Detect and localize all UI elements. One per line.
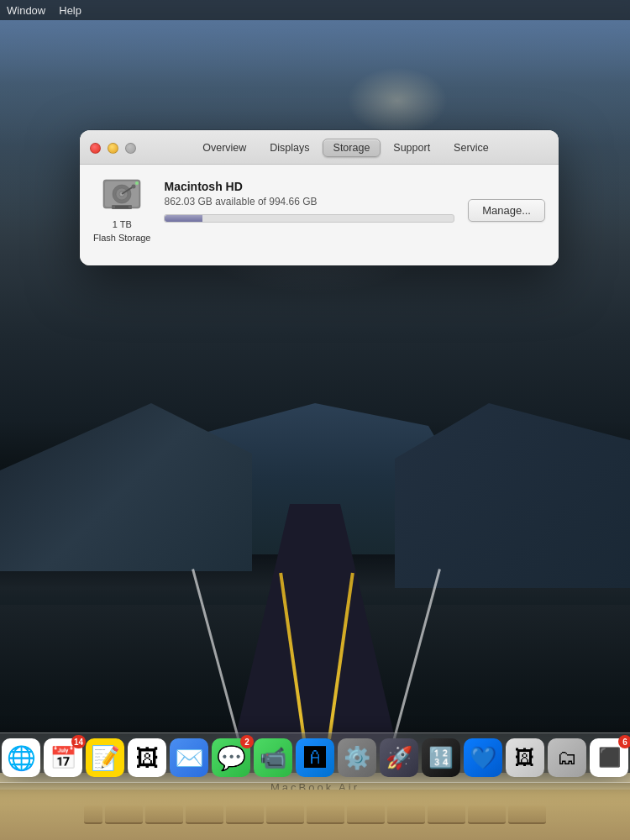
hdd-size-label: 1 TB (113, 219, 132, 229)
key-f3[interactable] (186, 806, 223, 824)
key-f9[interactable] (428, 806, 465, 824)
key-f2[interactable] (145, 806, 183, 824)
maximize-button[interactable] (125, 143, 136, 154)
road-container (0, 420, 630, 756)
svg-point-7 (132, 185, 136, 189)
svg-rect-10 (115, 206, 129, 208)
hdd-type-label: Flash Storage (93, 233, 150, 243)
dock-appstore[interactable]: 🅰 (296, 738, 334, 777)
landscape (0, 0, 630, 840)
road (231, 504, 399, 756)
traffic-lights (90, 143, 136, 154)
manage-button[interactable]: Manage... (468, 199, 545, 222)
storage-name: Macintosh HD (164, 180, 454, 193)
key-f6[interactable] (307, 806, 344, 824)
dock-launchpad[interactable]: 🚀 (380, 738, 418, 777)
key-f5[interactable] (266, 806, 304, 824)
key-esc[interactable] (84, 806, 102, 824)
storage-available: 862.03 GB available of 994.66 GB (164, 196, 454, 207)
dock-mosaic[interactable]: ⬛ 6 (590, 738, 628, 777)
dialog-tabs: Overview Displays Storage Support Servic… (143, 139, 549, 157)
tab-overview[interactable]: Overview (192, 139, 257, 157)
dock-messenger[interactable]: 💙 (464, 738, 502, 777)
dock-photos[interactable]: 🖼 (128, 738, 166, 777)
dock-calendar[interactable]: 📅 14 (44, 738, 82, 777)
dock-facetime[interactable]: 📹 (254, 738, 292, 777)
system-info-dialog: Overview Displays Storage Support Servic… (80, 130, 559, 265)
key-f4[interactable] (226, 806, 264, 824)
dock-mail[interactable]: ✉️ (170, 738, 208, 777)
svg-point-8 (135, 181, 139, 185)
dialog-titlebar: Overview Displays Storage Support Servic… (80, 130, 559, 165)
storage-item: 1 TB Flash Storage Macintosh HD 862.03 G… (93, 178, 545, 243)
key-f7[interactable] (347, 806, 385, 824)
road-edge-right (391, 569, 441, 748)
storage-details: Macintosh HD 862.03 GB available of 994.… (164, 178, 454, 223)
key-f11[interactable] (508, 806, 546, 824)
close-button[interactable] (90, 143, 101, 154)
dock-notes[interactable]: 📝 (86, 738, 124, 777)
dock-messages[interactable]: 💬 2 (212, 738, 250, 777)
tab-support[interactable]: Support (382, 139, 441, 157)
key-f8[interactable] (387, 806, 425, 824)
key-f10[interactable] (468, 806, 506, 824)
dock-files[interactable]: 🗂 (548, 738, 586, 777)
storage-progress-bar (164, 214, 454, 223)
dock-preview[interactable]: 🖼 (506, 738, 544, 777)
menubar: Window Help (0, 0, 630, 20)
dock: 🔍 🌐 📅 14 📝 🖼 ✉️ 💬 2 📹 🅰 ⚙️ 🚀 🔢 💙 🖼 🗂 (0, 732, 630, 783)
tab-storage[interactable]: Storage (323, 139, 381, 157)
storage-progress-fill (165, 215, 202, 222)
hdd-icon-container: 1 TB Flash Storage (93, 178, 150, 243)
key-f1[interactable] (105, 806, 143, 824)
hdd-icon (100, 178, 144, 216)
tab-displays[interactable]: Displays (259, 139, 320, 157)
tab-service[interactable]: Service (443, 139, 500, 157)
dialog-body: 1 TB Flash Storage Macintosh HD 862.03 G… (80, 165, 559, 265)
keyboard-area (0, 790, 630, 840)
minimize-button[interactable] (108, 143, 118, 154)
dock-chrome[interactable]: 🌐 (2, 738, 40, 777)
dock-calculator[interactable]: 🔢 (422, 738, 460, 777)
menubar-window[interactable]: Window (7, 4, 45, 17)
road-edge-left (192, 569, 242, 748)
dock-settings[interactable]: ⚙️ (338, 738, 376, 777)
menubar-help[interactable]: Help (59, 4, 81, 17)
